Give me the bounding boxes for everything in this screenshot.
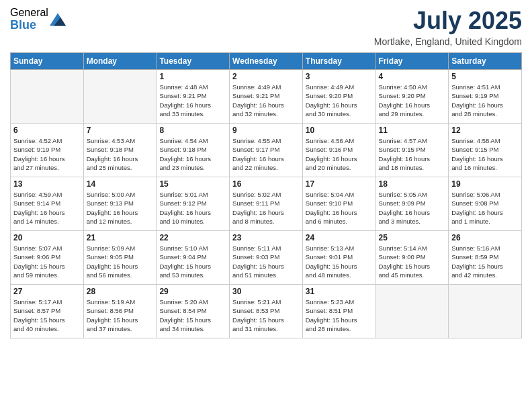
month-title: July 2025 <box>374 7 522 35</box>
header: General Blue July 2025 Mortlake, England… <box>10 7 522 47</box>
day-number: 20 <box>13 233 81 242</box>
day-number: 19 <box>451 179 519 189</box>
calendar-cell: 19Sunrise: 5:06 AMSunset: 9:08 PMDayligh… <box>449 177 522 231</box>
col-monday: Monday <box>83 53 157 70</box>
calendar-cell <box>11 70 84 124</box>
day-info: Sunrise: 4:49 AMSunset: 9:20 PMDaylight:… <box>306 83 373 118</box>
calendar-cell: 5Sunrise: 4:51 AMSunset: 9:19 PMDaylight… <box>449 70 522 124</box>
day-number: 18 <box>379 179 446 189</box>
day-number: 11 <box>379 126 446 135</box>
day-number: 27 <box>13 287 81 296</box>
day-info: Sunrise: 5:11 AMSunset: 9:03 PMDaylight:… <box>232 244 300 279</box>
calendar-cell: 21Sunrise: 5:09 AMSunset: 9:05 PMDayligh… <box>83 231 157 285</box>
day-number: 15 <box>159 179 226 189</box>
day-number: 12 <box>451 126 519 135</box>
calendar-cell: 26Sunrise: 5:16 AMSunset: 8:59 PMDayligh… <box>449 231 522 285</box>
col-wednesday: Wednesday <box>230 53 303 70</box>
calendar-cell: 24Sunrise: 5:13 AMSunset: 9:01 PMDayligh… <box>302 231 375 285</box>
calendar-cell: 15Sunrise: 5:01 AMSunset: 9:12 PMDayligh… <box>157 177 230 231</box>
day-number: 13 <box>13 179 81 189</box>
day-info: Sunrise: 5:21 AMSunset: 8:53 PMDaylight:… <box>232 298 300 333</box>
day-info: Sunrise: 5:16 AMSunset: 8:59 PMDaylight:… <box>451 244 519 279</box>
calendar-cell: 2Sunrise: 4:49 AMSunset: 9:21 PMDaylight… <box>230 70 303 124</box>
day-info: Sunrise: 4:55 AMSunset: 9:17 PMDaylight:… <box>232 136 300 172</box>
calendar-cell: 14Sunrise: 5:00 AMSunset: 9:13 PMDayligh… <box>83 177 157 231</box>
location: Mortlake, England, United Kingdom <box>374 36 522 47</box>
week-row-3: 13Sunrise: 4:59 AMSunset: 9:14 PMDayligh… <box>11 177 522 231</box>
day-info: Sunrise: 5:02 AMSunset: 9:11 PMDaylight:… <box>232 190 300 226</box>
day-number: 26 <box>451 233 519 242</box>
day-info: Sunrise: 4:52 AMSunset: 9:19 PMDaylight:… <box>13 136 81 172</box>
day-number: 24 <box>306 233 373 242</box>
day-number: 30 <box>232 287 300 296</box>
logo: General Blue <box>10 7 66 32</box>
calendar-cell: 8Sunrise: 4:54 AMSunset: 9:18 PMDaylight… <box>157 124 230 177</box>
day-number: 4 <box>379 72 446 81</box>
day-number: 7 <box>87 126 154 135</box>
day-info: Sunrise: 5:23 AMSunset: 8:51 PMDaylight:… <box>306 298 373 333</box>
col-thursday: Thursday <box>302 53 375 70</box>
day-info: Sunrise: 4:48 AMSunset: 9:21 PMDaylight:… <box>159 83 226 118</box>
calendar-cell: 12Sunrise: 4:58 AMSunset: 9:15 PMDayligh… <box>449 124 522 177</box>
day-number: 8 <box>159 126 226 135</box>
calendar-cell: 27Sunrise: 5:17 AMSunset: 8:57 PMDayligh… <box>11 285 84 338</box>
calendar-cell: 1Sunrise: 4:48 AMSunset: 9:21 PMDaylight… <box>157 70 230 124</box>
day-number: 9 <box>232 126 300 135</box>
calendar-table: Sunday Monday Tuesday Wednesday Thursday… <box>10 52 522 338</box>
logo-blue: Blue <box>10 19 48 32</box>
logo-general: General <box>10 7 48 19</box>
calendar-cell: 10Sunrise: 4:56 AMSunset: 9:16 PMDayligh… <box>302 124 375 177</box>
calendar-cell: 3Sunrise: 4:49 AMSunset: 9:20 PMDaylight… <box>302 70 375 124</box>
col-friday: Friday <box>375 53 449 70</box>
day-info: Sunrise: 5:04 AMSunset: 9:10 PMDaylight:… <box>306 190 373 226</box>
day-info: Sunrise: 4:58 AMSunset: 9:15 PMDaylight:… <box>451 136 519 172</box>
calendar-cell: 22Sunrise: 5:10 AMSunset: 9:04 PMDayligh… <box>157 231 230 285</box>
day-info: Sunrise: 4:49 AMSunset: 9:21 PMDaylight:… <box>232 83 300 118</box>
col-sunday: Sunday <box>11 53 84 70</box>
day-info: Sunrise: 5:01 AMSunset: 9:12 PMDaylight:… <box>159 190 226 226</box>
day-info: Sunrise: 5:05 AMSunset: 9:09 PMDaylight:… <box>379 190 446 226</box>
week-row-5: 27Sunrise: 5:17 AMSunset: 8:57 PMDayligh… <box>11 285 522 338</box>
day-info: Sunrise: 5:06 AMSunset: 9:08 PMDaylight:… <box>451 190 519 226</box>
day-number: 3 <box>306 72 373 81</box>
logo-icon <box>50 11 66 28</box>
calendar-cell: 30Sunrise: 5:21 AMSunset: 8:53 PMDayligh… <box>230 285 303 338</box>
col-saturday: Saturday <box>449 53 522 70</box>
day-number: 14 <box>87 179 154 189</box>
day-number: 31 <box>306 287 373 296</box>
day-number: 23 <box>232 233 300 242</box>
day-info: Sunrise: 5:14 AMSunset: 9:00 PMDaylight:… <box>379 244 446 279</box>
day-number: 16 <box>232 179 300 189</box>
day-number: 10 <box>306 126 373 135</box>
day-number: 17 <box>306 179 373 189</box>
day-number: 29 <box>159 287 226 296</box>
calendar-cell: 9Sunrise: 4:55 AMSunset: 9:17 PMDaylight… <box>230 124 303 177</box>
day-number: 25 <box>379 233 446 242</box>
week-row-1: 1Sunrise: 4:48 AMSunset: 9:21 PMDaylight… <box>11 70 522 124</box>
calendar-cell: 23Sunrise: 5:11 AMSunset: 9:03 PMDayligh… <box>230 231 303 285</box>
day-info: Sunrise: 5:20 AMSunset: 8:54 PMDaylight:… <box>159 298 226 333</box>
calendar-cell: 31Sunrise: 5:23 AMSunset: 8:51 PMDayligh… <box>302 285 375 338</box>
day-info: Sunrise: 4:59 AMSunset: 9:14 PMDaylight:… <box>13 190 81 226</box>
day-info: Sunrise: 5:09 AMSunset: 9:05 PMDaylight:… <box>87 244 154 279</box>
day-info: Sunrise: 4:53 AMSunset: 9:18 PMDaylight:… <box>87 136 154 172</box>
calendar-cell <box>449 285 522 338</box>
day-info: Sunrise: 4:56 AMSunset: 9:16 PMDaylight:… <box>306 136 373 172</box>
calendar-cell: 4Sunrise: 4:50 AMSunset: 9:20 PMDaylight… <box>375 70 449 124</box>
day-info: Sunrise: 5:17 AMSunset: 8:57 PMDaylight:… <box>13 298 81 333</box>
day-number: 5 <box>451 72 519 81</box>
calendar-cell: 7Sunrise: 4:53 AMSunset: 9:18 PMDaylight… <box>83 124 157 177</box>
calendar-cell <box>375 285 449 338</box>
day-info: Sunrise: 4:51 AMSunset: 9:19 PMDaylight:… <box>451 83 519 118</box>
day-number: 1 <box>159 72 226 81</box>
calendar-cell: 16Sunrise: 5:02 AMSunset: 9:11 PMDayligh… <box>230 177 303 231</box>
day-number: 28 <box>87 287 154 296</box>
week-row-4: 20Sunrise: 5:07 AMSunset: 9:06 PMDayligh… <box>11 231 522 285</box>
calendar-cell: 11Sunrise: 4:57 AMSunset: 9:15 PMDayligh… <box>375 124 449 177</box>
logo-text: General Blue <box>10 7 48 32</box>
day-info: Sunrise: 5:19 AMSunset: 8:56 PMDaylight:… <box>87 298 154 333</box>
day-info: Sunrise: 5:07 AMSunset: 9:06 PMDaylight:… <box>13 244 81 279</box>
calendar-cell: 13Sunrise: 4:59 AMSunset: 9:14 PMDayligh… <box>11 177 84 231</box>
calendar-cell: 18Sunrise: 5:05 AMSunset: 9:09 PMDayligh… <box>375 177 449 231</box>
day-number: 22 <box>159 233 226 242</box>
